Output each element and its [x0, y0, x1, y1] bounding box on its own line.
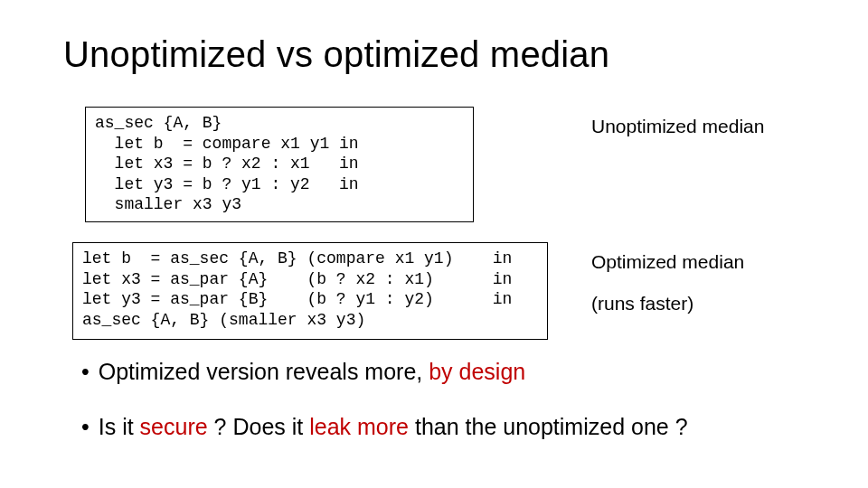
bullet-list: • Optimized version reveals more, by des… — [81, 358, 805, 469]
label-runs-faster: (runs faster) — [591, 293, 693, 314]
bullet-text: Optimized version reveals more, by desig… — [99, 358, 525, 386]
code-block-unoptimized: as_sec {A, B} let b = compare x1 y1 in l… — [85, 107, 474, 222]
bullet-2-highlight-1: secure — [140, 414, 208, 439]
bullet-2-mid: ? Does it — [208, 414, 310, 439]
bullet-dot-icon: • — [81, 358, 90, 386]
bullet-2-post: than the unoptimized one ? — [409, 414, 688, 439]
label-unoptimized: Unoptimized median — [591, 116, 764, 137]
label-optimized: Optimized median — [591, 251, 744, 273]
bullet-1-pre: Optimized version reveals more, — [99, 359, 429, 384]
slide: Unoptimized vs optimized median as_sec {… — [0, 0, 868, 488]
slide-title: Unoptimized vs optimized median — [63, 34, 609, 75]
bullet-1-highlight: by design — [429, 359, 525, 384]
bullet-item-1: • Optimized version reveals more, by des… — [81, 358, 805, 386]
bullet-2-highlight-2: leak more — [309, 414, 409, 439]
code-block-optimized: let b = as_sec {A, B} (compare x1 y1) in… — [72, 242, 548, 340]
bullet-text: Is it secure ? Does it leak more than th… — [99, 413, 688, 441]
bullet-item-2: • Is it secure ? Does it leak more than … — [81, 413, 805, 441]
bullet-dot-icon: • — [81, 413, 90, 441]
bullet-2-pre: Is it — [99, 414, 140, 439]
